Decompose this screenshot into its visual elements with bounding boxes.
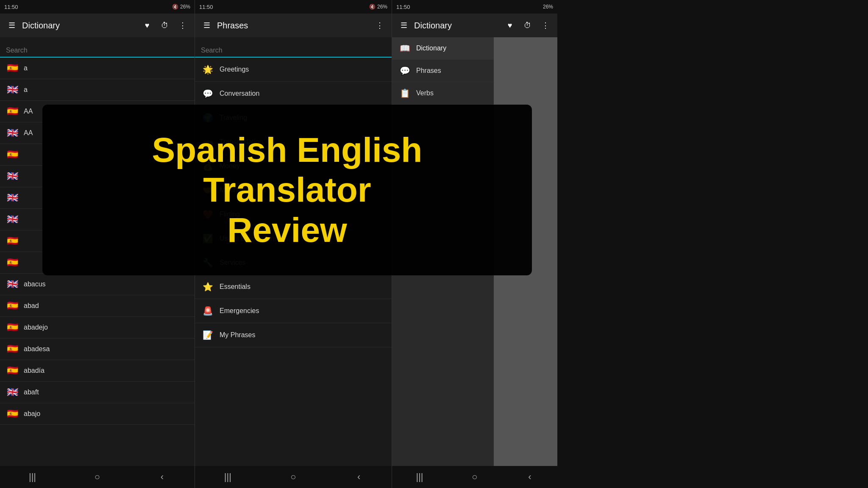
center-more-icon[interactable]: ⋮ bbox=[374, 19, 386, 31]
drawer-item-dictionary[interactable]: 📖 Dictionary bbox=[392, 37, 494, 60]
drawer-label: Verbs bbox=[416, 89, 434, 97]
left-history-icon[interactable]: ⏱ bbox=[159, 19, 171, 31]
flag-es: 🇪🇸 bbox=[6, 62, 19, 75]
center-appbar-icons: ⋮ bbox=[374, 19, 386, 31]
flag-es: 🇪🇸 bbox=[6, 408, 19, 420]
center-nav-home[interactable]: ○ bbox=[283, 466, 304, 488]
left-more-icon[interactable]: ⋮ bbox=[177, 19, 189, 31]
dict-word: AA bbox=[24, 108, 33, 115]
flag-es: 🇪🇸 bbox=[6, 256, 19, 269]
left-search-bar bbox=[0, 37, 195, 58]
phrase-label: Conversation bbox=[220, 90, 259, 97]
left-favorite-icon[interactable]: ♥ bbox=[141, 19, 153, 31]
center-nav-back[interactable]: ‹ bbox=[348, 466, 370, 488]
left-bottom-nav: ||| ○ ‹ bbox=[0, 466, 195, 488]
flag-gb: 🇬🇧 bbox=[6, 386, 19, 399]
flag-gb: 🇬🇧 bbox=[6, 127, 19, 139]
drawer-label: Phrases bbox=[416, 67, 441, 75]
overlay-title-line1: Spanish English Translator bbox=[68, 130, 506, 210]
phrase-icon-conversation: 💬 bbox=[201, 87, 214, 100]
phrase-icon-greetings: 🌟 bbox=[201, 63, 214, 76]
right-nav-back[interactable]: ‹ bbox=[519, 466, 540, 488]
flag-gb: 🇬🇧 bbox=[6, 191, 19, 204]
left-nav-home[interactable]: ○ bbox=[87, 466, 108, 488]
list-item[interactable]: 🇪🇸 abajo bbox=[0, 403, 195, 425]
center-bottom-nav: ||| ○ ‹ bbox=[195, 466, 392, 488]
right-history-icon[interactable]: ⏱ bbox=[522, 19, 534, 31]
left-status-icons: 🔇 26% bbox=[172, 4, 190, 10]
overlay-title-line2: Review bbox=[227, 210, 347, 250]
right-status-time: 11:50 bbox=[396, 4, 410, 10]
flag-es: 🇪🇸 bbox=[6, 105, 19, 118]
list-item[interactable]: 🇪🇸 a bbox=[0, 58, 195, 79]
dict-word: abacus bbox=[24, 280, 46, 288]
list-item[interactable]: 🇬🇧 abaft bbox=[0, 382, 195, 403]
dict-word: abad bbox=[24, 302, 39, 310]
phrase-icon-essentials: ⭐ bbox=[201, 280, 214, 294]
flag-gb: 🇬🇧 bbox=[6, 213, 19, 226]
right-nav-home[interactable]: ○ bbox=[464, 466, 485, 488]
dict-word: abadía bbox=[24, 367, 45, 374]
center-appbar-title: Phrases bbox=[217, 21, 370, 30]
drawer-item-verbs[interactable]: 📋 Verbs bbox=[392, 82, 494, 105]
right-appbar-icons: ♥ ⏱ ⋮ bbox=[504, 19, 551, 31]
flag-es: 🇪🇸 bbox=[6, 299, 19, 312]
center-nav-recents[interactable]: ||| bbox=[217, 466, 238, 488]
list-item[interactable]: 💬 Conversation bbox=[195, 82, 392, 106]
chat-icon: 💬 bbox=[400, 66, 410, 76]
book-icon: 📖 bbox=[400, 43, 410, 53]
flag-gb: 🇬🇧 bbox=[6, 170, 19, 183]
list-item[interactable]: ⭐ Essentials bbox=[195, 275, 392, 299]
dict-word: a bbox=[24, 64, 28, 72]
drawer-item-phrases[interactable]: 💬 Phrases bbox=[392, 60, 494, 82]
right-menu-icon[interactable]: ☰ bbox=[398, 19, 410, 31]
overlay-banner: Spanish English Translator Review bbox=[42, 105, 532, 275]
list-item[interactable]: 🚨 Emergencies bbox=[195, 299, 392, 323]
center-menu-icon[interactable]: ☰ bbox=[201, 19, 213, 31]
phrase-label: My Phrases bbox=[220, 331, 255, 339]
phrase-icon-emergencies: 🚨 bbox=[201, 304, 214, 318]
right-more-icon[interactable]: ⋮ bbox=[540, 19, 551, 31]
right-nav-recents[interactable]: ||| bbox=[409, 466, 430, 488]
list-item[interactable]: 🌟 Greetings bbox=[195, 58, 392, 82]
right-status-icons: 26% bbox=[543, 4, 553, 10]
list-item[interactable]: 🇪🇸 abadía bbox=[0, 360, 195, 382]
dict-word: abadejo bbox=[24, 324, 48, 331]
phrase-icon-my-phrases: 📝 bbox=[201, 328, 214, 342]
list-item[interactable]: 🇪🇸 abadejo bbox=[0, 317, 195, 338]
center-status-bar: 11:50 🔇 26% bbox=[195, 0, 392, 14]
list-item[interactable]: 🇬🇧 a bbox=[0, 79, 195, 101]
list-item[interactable]: 🇪🇸 abad bbox=[0, 295, 195, 317]
dict-word: AA bbox=[24, 129, 33, 137]
left-menu-icon[interactable]: ☰ bbox=[6, 19, 18, 31]
phrase-label: Greetings bbox=[220, 66, 249, 73]
left-search-input[interactable] bbox=[6, 47, 189, 54]
left-status-time: 11:50 bbox=[4, 4, 18, 10]
right-status-bar: 11:50 26% bbox=[392, 0, 557, 14]
list-item[interactable]: 🇪🇸 abadesa bbox=[0, 338, 195, 360]
flag-es: 🇪🇸 bbox=[6, 235, 19, 247]
flag-es: 🇪🇸 bbox=[6, 343, 19, 355]
flag-gb: 🇬🇧 bbox=[6, 278, 19, 291]
center-search-input[interactable] bbox=[201, 47, 386, 54]
flag-es: 🇪🇸 bbox=[6, 364, 19, 377]
left-status-bar: 11:50 🔇 26% bbox=[0, 0, 195, 14]
list-item[interactable]: 🇬🇧 abacus bbox=[0, 274, 195, 295]
flag-es: 🇪🇸 bbox=[6, 148, 19, 161]
dict-word: abaft bbox=[24, 388, 39, 396]
dict-word: a bbox=[24, 86, 28, 94]
list-icon: 📋 bbox=[400, 88, 410, 98]
flag-es: 🇪🇸 bbox=[6, 321, 19, 334]
right-bottom-nav: ||| ○ ‹ bbox=[392, 466, 557, 488]
center-appbar: ☰ Phrases ⋮ bbox=[195, 14, 392, 37]
left-nav-recents[interactable]: ||| bbox=[22, 466, 43, 488]
right-appbar-title: Dictionary bbox=[414, 21, 500, 30]
left-appbar-title: Dictionary bbox=[22, 21, 137, 30]
right-favorite-icon[interactable]: ♥ bbox=[504, 19, 516, 31]
list-item[interactable]: 📝 My Phrases bbox=[195, 323, 392, 347]
dict-word: abadesa bbox=[24, 345, 50, 353]
phrase-label: Essentials bbox=[220, 283, 250, 291]
left-nav-back[interactable]: ‹ bbox=[152, 466, 173, 488]
right-appbar: ☰ Dictionary ♥ ⏱ ⋮ bbox=[392, 14, 557, 37]
left-appbar: ☰ Dictionary ♥ ⏱ ⋮ bbox=[0, 14, 195, 37]
